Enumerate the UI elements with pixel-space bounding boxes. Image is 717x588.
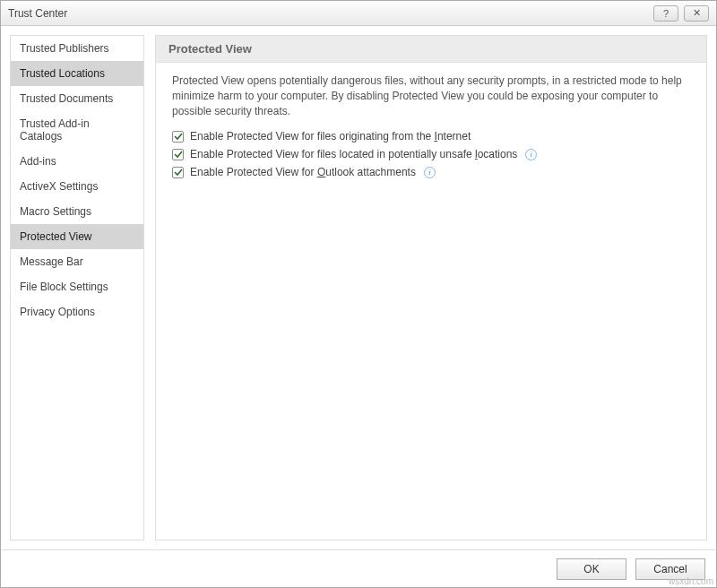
section-title: Protected View (156, 36, 706, 63)
sidebar-item-add-ins[interactable]: Add-ins (11, 149, 143, 174)
sidebar-item-activex-settings[interactable]: ActiveX Settings (11, 174, 143, 199)
checkbox-icon (172, 149, 184, 160)
option-unsafe-locations[interactable]: Enable Protected View for files located … (172, 145, 690, 163)
sidebar-item-trusted-add-in-catalogs[interactable]: Trusted Add-in Catalogs (11, 111, 143, 149)
ok-button[interactable]: OK (557, 558, 626, 580)
titlebar: Trust Center ? ✕ (1, 1, 716, 26)
info-icon[interactable]: i (525, 149, 537, 160)
window-title: Trust Center (8, 7, 648, 20)
sidebar-item-trusted-publishers[interactable]: Trusted Publishers (11, 36, 143, 61)
info-icon[interactable]: i (424, 167, 436, 178)
sidebar-item-trusted-locations[interactable]: Trusted Locations (11, 61, 143, 86)
help-icon: ? (663, 8, 669, 19)
sidebar-item-macro-settings[interactable]: Macro Settings (11, 199, 143, 224)
dialog-body: Trusted Publishers Trusted Locations Tru… (1, 26, 716, 549)
section-body: Protected View opens potentially dangero… (156, 63, 706, 192)
option-label: Enable Protected View for Outlook attach… (190, 166, 416, 178)
option-label: Enable Protected View for files originat… (190, 130, 471, 143)
content-panel: Protected View Protected View opens pote… (155, 35, 707, 540)
section-description: Protected View opens potentially dangero… (172, 74, 690, 118)
checkbox-icon (172, 167, 184, 178)
close-icon: ✕ (693, 7, 701, 19)
close-button[interactable]: ✕ (684, 5, 709, 22)
sidebar-item-protected-view[interactable]: Protected View (11, 224, 143, 249)
dialog-footer: OK Cancel (1, 549, 716, 587)
sidebar-item-message-bar[interactable]: Message Bar (11, 249, 143, 274)
sidebar-item-privacy-options[interactable]: Privacy Options (11, 299, 143, 324)
checkbox-icon (172, 131, 184, 143)
watermark: wsxdn.com (669, 576, 713, 586)
trust-center-dialog: Trust Center ? ✕ Trusted Publishers Trus… (0, 0, 717, 588)
sidebar-item-trusted-documents[interactable]: Trusted Documents (11, 86, 143, 111)
sidebar-item-file-block-settings[interactable]: File Block Settings (11, 274, 143, 299)
option-outlook-attachments[interactable]: Enable Protected View for Outlook attach… (172, 163, 690, 181)
help-button[interactable]: ? (653, 5, 678, 22)
option-label: Enable Protected View for files located … (190, 148, 517, 160)
sidebar: Trusted Publishers Trusted Locations Tru… (10, 35, 144, 540)
option-internet[interactable]: Enable Protected View for files originat… (172, 127, 690, 145)
